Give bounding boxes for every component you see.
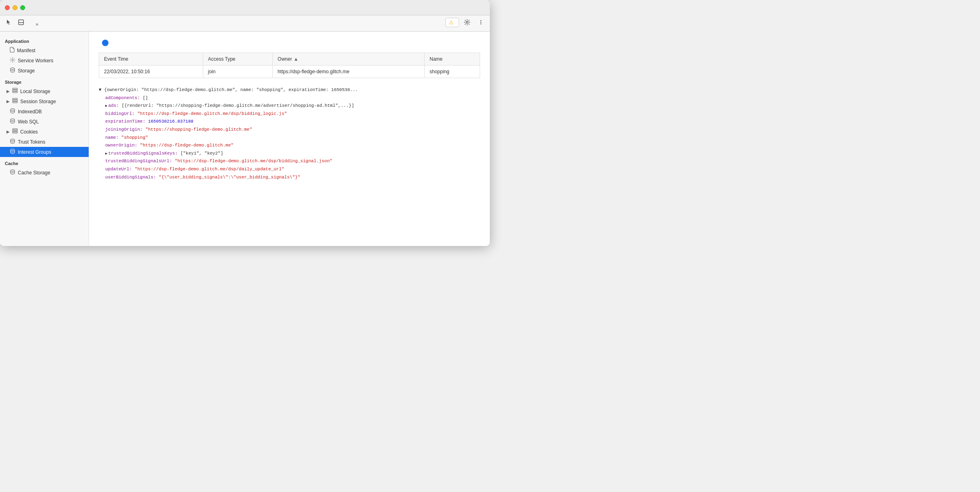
svg-point-6 xyxy=(12,59,13,61)
chevron-right-icon: ▶ xyxy=(6,89,10,93)
toolbar: ConsoleSourcesApplicationElementsNetwork… xyxy=(0,15,490,32)
sidebar-label-trust-tokens: Trust Tokens xyxy=(18,139,45,145)
svg-rect-18 xyxy=(13,132,17,133)
cursor-icon[interactable] xyxy=(3,17,15,28)
sidebar-label-storage-app: Storage xyxy=(18,68,35,74)
gear-icon xyxy=(10,57,15,64)
sidebar-item-web-sql[interactable]: Web SQL xyxy=(0,117,89,127)
json-viewer: ▼ {ownerOrigin: "https://dsp-fledge-demo… xyxy=(99,85,480,183)
title-bar xyxy=(0,0,490,15)
db-icon xyxy=(10,108,15,115)
close-button[interactable] xyxy=(5,5,10,10)
db-icon xyxy=(10,67,15,74)
table-header-owner[interactable]: Owner▲ xyxy=(272,53,424,66)
sort-arrow-icon: ▲ xyxy=(293,56,298,62)
svg-point-5 xyxy=(480,23,481,24)
svg-point-2 xyxy=(466,21,468,23)
tab-more[interactable]: » xyxy=(30,18,69,31)
svg-point-21 xyxy=(11,170,15,172)
json-key: adComponents: xyxy=(105,95,142,100)
sidebar-label-indexeddb: IndexedDB xyxy=(18,109,42,115)
main-layout: Application Manifest Service Workers Sto… xyxy=(0,32,490,246)
toolbar-icons xyxy=(3,17,27,31)
table-header-access-type: Access Type xyxy=(203,53,272,66)
svg-rect-13 xyxy=(13,102,17,103)
json-key: name: xyxy=(105,135,121,140)
sidebar-label-service-workers: Service Workers xyxy=(18,58,53,64)
sidebar-section-cache: Cache xyxy=(0,157,89,168)
sidebar-item-indexeddb[interactable]: IndexedDB xyxy=(0,106,89,117)
sidebar-item-cookies[interactable]: ▶ Cookies xyxy=(0,127,89,137)
sidebar-section-application: Application xyxy=(0,35,89,45)
json-root-expand[interactable]: ▼ {ownerOrigin: "https://dsp-fledge-demo… xyxy=(99,87,358,92)
table-row[interactable]: 22/03/2022, 10:50:16joinhttps://dsp-fled… xyxy=(99,66,480,78)
json-key: trustedBiddingSignalsUrl: xyxy=(105,159,175,163)
svg-point-19 xyxy=(11,139,15,141)
json-line-6: name: "shopping" xyxy=(99,134,480,142)
warning-badge[interactable]: ⚠ xyxy=(445,18,459,27)
sidebar-label-local-storage: Local Storage xyxy=(20,89,50,94)
db-icon xyxy=(10,118,15,125)
minimize-button[interactable] xyxy=(13,5,17,10)
table-cell-accessType: join xyxy=(203,66,272,78)
toolbar-right: ⚠ xyxy=(445,17,487,31)
maximize-button[interactable] xyxy=(20,5,25,10)
svg-rect-12 xyxy=(13,100,17,101)
svg-point-14 xyxy=(11,109,15,110)
sidebar-item-cache-storage[interactable]: Cache Storage xyxy=(0,168,89,178)
sidebar-label-manifest: Manifest xyxy=(17,48,35,53)
json-key: updateUrl: xyxy=(105,167,135,172)
svg-point-15 xyxy=(11,119,15,121)
sidebar-label-cookies: Cookies xyxy=(20,129,38,135)
json-key: trustedBiddingSignalsKeys: xyxy=(108,151,180,156)
sidebar-item-trust-tokens[interactable]: Trust Tokens xyxy=(0,137,89,147)
info-icon[interactable] xyxy=(102,40,108,46)
json-value: "https://dsp-fledge-demo.glitch.me" xyxy=(140,143,234,148)
json-line-4: expirationTime: 1650538216.837188 xyxy=(99,118,480,126)
svg-rect-10 xyxy=(13,91,17,93)
json-key: ownerOrigin: xyxy=(105,143,140,148)
svg-point-3 xyxy=(480,20,481,21)
table-cell-eventTime: 22/03/2022, 10:50:16 xyxy=(99,66,203,78)
json-value: "shopping" xyxy=(121,135,148,140)
expand-arrow-icon[interactable]: ▶ xyxy=(105,103,107,109)
file-icon xyxy=(10,47,15,54)
json-value: "https://shopping-fledge-demo.glitch.me" xyxy=(145,127,252,132)
sidebar-label-cache-storage: Cache Storage xyxy=(18,170,50,176)
db-icon xyxy=(10,138,15,145)
sidebar-label-session-storage: Session Storage xyxy=(20,99,56,104)
svg-rect-16 xyxy=(13,129,17,130)
json-line-10: updateUrl: "https://dsp-fledge-demo.glit… xyxy=(99,165,480,174)
table-header-name: Name xyxy=(425,53,480,66)
json-value: [] xyxy=(142,95,148,100)
chevron-right-icon: ▶ xyxy=(6,99,10,104)
sidebar-label-interest-groups: Interest Groups xyxy=(18,149,51,155)
sidebar: Application Manifest Service Workers Sto… xyxy=(0,32,89,246)
svg-point-20 xyxy=(11,149,15,151)
sidebar-item-service-workers[interactable]: Service Workers xyxy=(0,55,89,66)
json-value: [{renderUrl: "https://shopping-fledge-de… xyxy=(121,103,354,108)
db-icon xyxy=(10,169,15,176)
json-line-9: trustedBiddingSignalsUrl: "https://dsp-f… xyxy=(99,157,480,165)
svg-rect-17 xyxy=(13,130,17,131)
json-line-8: ▶ trustedBiddingSignalsKeys: ["key1", "k… xyxy=(99,150,480,158)
sidebar-item-local-storage[interactable]: ▶ Local Storage xyxy=(0,86,89,96)
sidebar-item-manifest[interactable]: Manifest xyxy=(0,45,89,55)
dock-icon[interactable] xyxy=(15,17,27,28)
settings-icon[interactable] xyxy=(461,17,473,28)
interest-groups-table: Event TimeAccess TypeOwner▲Name 22/03/20… xyxy=(99,53,480,78)
warning-icon: ⚠ xyxy=(449,19,454,25)
expand-arrow-icon[interactable]: ▶ xyxy=(105,151,107,157)
json-line-1: adComponents: [] xyxy=(99,94,480,102)
sidebar-item-storage-app[interactable]: Storage xyxy=(0,66,89,76)
sidebar-label-web-sql: Web SQL xyxy=(18,119,39,125)
json-value: "https://dsp-fledge-demo.glitch.me/dsp/b… xyxy=(175,159,332,163)
sidebar-item-session-storage[interactable]: ▶ Session Storage xyxy=(0,96,89,106)
svg-rect-9 xyxy=(13,90,17,91)
grid-icon xyxy=(12,88,18,95)
more-icon[interactable] xyxy=(475,17,487,28)
sidebar-item-interest-groups[interactable]: Interest Groups xyxy=(0,147,89,157)
json-value: "https://dsp-fledge-demo.glitch.me/dsp/d… xyxy=(135,167,285,172)
content-area: Event TimeAccess TypeOwner▲Name 22/03/20… xyxy=(89,32,490,246)
table-cell-owner: https://dsp-fledge-demo.glitch.me xyxy=(272,66,424,78)
